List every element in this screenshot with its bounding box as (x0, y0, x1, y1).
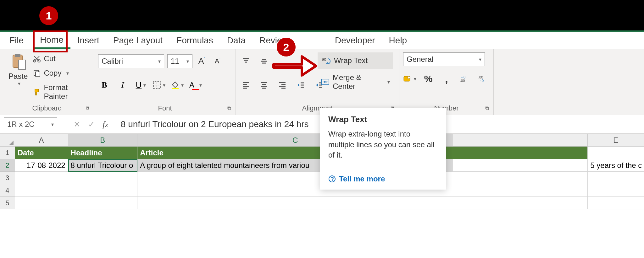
cell[interactable] (588, 172, 644, 184)
format-painter-button[interactable]: Format Painter (33, 83, 90, 101)
merge-center-label: Merge & Center (333, 73, 382, 91)
cell[interactable] (15, 184, 68, 197)
tab-developer[interactable]: Developer (328, 33, 382, 48)
svg-point-38 (408, 76, 410, 79)
col-header-a[interactable]: A (15, 134, 68, 146)
increase-decimal-button[interactable]: ←0.00 (458, 73, 471, 85)
paste-label[interactable]: Paste (8, 72, 28, 81)
cell-selected[interactable]: 8 unfurl Tricolour o (68, 159, 138, 172)
cell[interactable]: Date (15, 147, 68, 159)
cell[interactable]: 5 years of the c (588, 159, 644, 172)
cell[interactable] (588, 197, 644, 209)
row-header-3[interactable]: 3 (0, 172, 15, 184)
name-box-value: 1R x 2C (7, 120, 35, 129)
number-format-combo[interactable]: General▾ (403, 52, 485, 66)
tab-data[interactable]: Data (220, 33, 253, 48)
tab-page-layout[interactable]: Page Layout (106, 33, 169, 48)
enter-icon[interactable]: ✓ (88, 120, 95, 129)
group-font: Calibri▾ 11▾ Aˆ Aˇ B I U▾ ▾ ▾ A▾ Font ⧉ (94, 49, 236, 115)
chevron-down-icon: ▾ (186, 58, 189, 64)
annotation-arrow (267, 50, 318, 78)
dialog-launcher-icon[interactable]: ⧉ (485, 105, 491, 112)
percent-button[interactable]: % (422, 73, 435, 85)
tab-formulas[interactable]: Formulas (169, 33, 220, 48)
col-header-e[interactable]: E (588, 134, 644, 146)
cell[interactable] (68, 197, 138, 209)
svg-text:ab: ab (322, 57, 326, 62)
decrease-indent-button[interactable] (294, 79, 307, 91)
format-painter-label: Format Painter (44, 83, 90, 101)
formula-input[interactable]: 8 unfurl Tricolour on 2 European peaks i… (121, 119, 309, 129)
cell[interactable]: 17-08-2022 (15, 159, 68, 172)
font-size-combo[interactable]: 11▾ (167, 54, 192, 68)
tell-me-more-link[interactable]: ? Tell me more (328, 168, 438, 183)
cut-label: Cut (44, 54, 55, 63)
cut-button[interactable]: Cut (33, 54, 90, 63)
group-font-label: Font (94, 104, 236, 112)
dialog-launcher-icon[interactable]: ⧉ (86, 105, 92, 112)
chevron-down-icon[interactable]: ▾ (18, 81, 20, 87)
increase-font-button[interactable]: Aˆ (196, 55, 208, 67)
wrap-text-label: Wrap Text (334, 56, 368, 65)
tab-help[interactable]: Help (382, 33, 414, 48)
font-size-value: 11 (171, 57, 179, 66)
cell[interactable] (15, 197, 68, 209)
cell[interactable]: Headline (68, 147, 138, 159)
cell[interactable] (68, 172, 138, 184)
wrap-text-icon: ab (322, 57, 331, 64)
cell[interactable] (68, 184, 138, 197)
number-format-value: General (407, 55, 433, 64)
dialog-launcher-icon[interactable]: ⧉ (227, 105, 234, 112)
brush-icon (33, 88, 41, 96)
underline-button[interactable]: U▾ (135, 79, 147, 91)
comma-button[interactable]: , (440, 73, 453, 85)
align-top-button[interactable] (240, 55, 252, 67)
chevron-down-icon: ▾ (199, 82, 202, 88)
merge-center-button[interactable]: Merge & Center ▾ (318, 74, 393, 90)
ribbon: Paste ▾ Cut Copy ▾ Format Painter Clipbo… (0, 49, 644, 115)
tab-file[interactable]: File (0, 33, 33, 48)
chevron-down-icon: ▾ (51, 121, 54, 127)
cell[interactable] (137, 197, 588, 209)
font-name-combo[interactable]: Calibri▾ (98, 54, 164, 68)
align-center-button[interactable] (258, 79, 270, 91)
chevron-down-icon: ▾ (143, 82, 146, 88)
borders-button[interactable]: ▾ (153, 79, 165, 91)
tell-me-more-label: Tell me more (339, 175, 385, 183)
name-box[interactable]: 1R x 2C ▾ (4, 117, 57, 131)
chevron-down-icon[interactable]: ▾ (66, 70, 69, 76)
italic-button[interactable]: I (116, 79, 129, 91)
wrap-text-button[interactable]: ab Wrap Text (318, 52, 393, 69)
svg-rect-10 (172, 88, 179, 89)
fx-icon[interactable]: fx (103, 119, 108, 129)
align-right-button[interactable] (276, 79, 289, 91)
row-header-5[interactable]: 5 (0, 197, 15, 209)
font-color-button[interactable]: A▾ (189, 79, 202, 91)
fill-color-button[interactable]: ▾ (171, 79, 184, 91)
row-header-2[interactable]: 2 (0, 159, 15, 172)
accounting-format-button[interactable]: ▾ (403, 73, 416, 85)
row-header-1[interactable]: 1 (0, 147, 15, 159)
cell[interactable] (588, 184, 644, 197)
cancel-icon[interactable]: ✕ (74, 120, 80, 129)
decrease-font-button[interactable]: Aˇ (211, 55, 224, 67)
cell[interactable] (588, 147, 644, 159)
copy-button[interactable]: Copy ▾ (33, 69, 90, 78)
svg-rect-1 (15, 54, 20, 57)
align-left-button[interactable] (240, 79, 252, 91)
cell[interactable] (15, 172, 68, 184)
bold-button[interactable]: B (98, 79, 111, 91)
annotation-badge-2: 2 (277, 38, 296, 56)
copy-label: Copy (44, 69, 61, 78)
chevron-down-icon: ▾ (414, 76, 416, 82)
paste-icon[interactable] (10, 52, 26, 71)
cell[interactable] (453, 159, 588, 172)
font-name-value: Calibri (102, 57, 123, 66)
col-header-b[interactable]: B (68, 134, 138, 146)
tab-insert[interactable]: Insert (70, 33, 106, 48)
row-header-4[interactable]: 4 (0, 184, 15, 197)
col-header-gap[interactable] (453, 134, 588, 146)
decrease-decimal-button[interactable]: .00→0 (477, 73, 489, 85)
wrap-text-tooltip: Wrap Text Wrap extra-long text into mult… (320, 108, 446, 190)
select-all-corner[interactable] (0, 134, 15, 147)
